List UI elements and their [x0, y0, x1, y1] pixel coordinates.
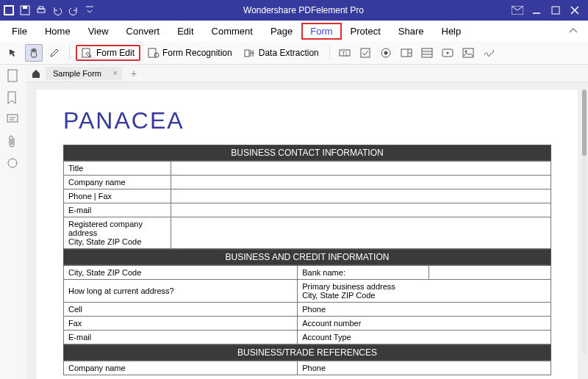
- svg-point-31: [8, 159, 17, 167]
- svg-rect-25: [463, 48, 473, 57]
- menu-edit[interactable]: Edit: [168, 23, 202, 40]
- table-row: Company namePhone: [64, 361, 551, 375]
- redo-icon[interactable]: [68, 4, 79, 16]
- fields-panel-icon[interactable]: [7, 157, 20, 170]
- data-extraction-label: Data Extraction: [259, 48, 319, 58]
- svg-rect-20: [422, 48, 432, 57]
- svg-point-11: [154, 53, 159, 57]
- maximize-icon[interactable]: [550, 4, 562, 16]
- svg-rect-8: [552, 7, 559, 14]
- app-logo-icon: [3, 4, 15, 16]
- table-row: Registered company addressCity, State ZI…: [64, 217, 551, 249]
- text-field-icon[interactable]: T|: [336, 44, 354, 62]
- menu-protect[interactable]: Protect: [342, 23, 390, 40]
- listbox-field-icon[interactable]: [418, 44, 436, 62]
- combobox-field-icon[interactable]: [398, 44, 415, 62]
- bookmarks-icon[interactable]: [7, 91, 20, 104]
- section2-table: City, State ZIP CodeBank name: How long …: [63, 265, 551, 344]
- form-recognition-label: Form Recognition: [162, 48, 232, 58]
- select-tool-icon[interactable]: [4, 44, 22, 62]
- table-row: E-mailAccount Type: [64, 331, 551, 344]
- menu-view[interactable]: View: [79, 23, 118, 40]
- svg-point-26: [465, 50, 467, 52]
- close-icon[interactable]: [569, 4, 581, 16]
- data-extraction-icon: [244, 48, 256, 58]
- radio-field-icon[interactable]: [377, 44, 395, 62]
- scroll-thumb[interactable]: [582, 90, 587, 156]
- svg-rect-5: [39, 7, 43, 9]
- window-title: Wondershare PDFelement Pro: [96, 5, 512, 15]
- table-row: CellPhone: [64, 303, 551, 317]
- left-sidebar: [0, 65, 26, 379]
- tab-add-icon[interactable]: +: [125, 68, 143, 79]
- doc-heading: PANACEA: [63, 107, 551, 134]
- svg-rect-3: [23, 6, 27, 9]
- section3-head: BUSINESS/TRADE REFERENCES: [63, 344, 551, 361]
- title-bar: Wondershare PDFelement Pro: [0, 0, 588, 21]
- tab-home-icon[interactable]: [29, 67, 43, 80]
- collapse-ribbon-icon[interactable]: [562, 24, 585, 37]
- section3-table: Company namePhone: [63, 361, 551, 375]
- menu-page[interactable]: Page: [262, 23, 301, 40]
- table-row: How long at current address?Primary busi…: [64, 280, 551, 303]
- table-row: Phone | Fax: [64, 190, 551, 203]
- table-row: E-mail: [64, 203, 551, 217]
- menu-home[interactable]: Home: [36, 23, 79, 40]
- comments-icon[interactable]: [7, 113, 20, 126]
- pdf-page: PANACEA BUSINESS CONTACT INFORMATION Tit…: [37, 90, 578, 379]
- edit-tool-icon[interactable]: [46, 44, 63, 62]
- section1-head: BUSINESS CONTACT INFORMATION: [63, 145, 551, 161]
- document-tab-label: Sample Form: [53, 69, 101, 78]
- attachments-icon[interactable]: [7, 135, 20, 148]
- form-recognition-icon: [148, 48, 159, 58]
- save-icon[interactable]: [19, 4, 31, 16]
- table-row: Title: [64, 162, 551, 176]
- section2-head: BUSINESS AND CREDIT INFORMATION: [63, 249, 551, 265]
- table-row: FaxAccount number: [64, 317, 551, 331]
- form-edit-button[interactable]: Form Edit: [76, 45, 140, 61]
- menu-form[interactable]: Form: [301, 23, 341, 40]
- data-extraction-button[interactable]: Data Extraction: [240, 46, 323, 59]
- image-field-icon[interactable]: [459, 44, 477, 62]
- mail-icon[interactable]: [512, 4, 523, 16]
- svg-rect-12: [245, 50, 249, 57]
- menu-file[interactable]: File: [3, 23, 36, 40]
- signature-field-icon[interactable]: [480, 44, 498, 62]
- svg-rect-4: [37, 9, 45, 12]
- document-tab-bar: Sample Form × +: [26, 65, 588, 82]
- minimize-icon[interactable]: [531, 4, 542, 16]
- svg-rect-28: [7, 115, 18, 122]
- menu-share[interactable]: Share: [390, 23, 433, 40]
- print-icon[interactable]: [35, 4, 47, 16]
- svg-rect-27: [8, 70, 17, 82]
- table-row: City, State ZIP CodeBank name:: [64, 266, 551, 280]
- page-area: PANACEA BUSINESS CONTACT INFORMATION Tit…: [26, 82, 588, 379]
- vertical-scrollbar[interactable]: [582, 90, 587, 354]
- table-row: Company name: [64, 176, 551, 190]
- document-tab[interactable]: Sample Form ×: [46, 67, 122, 80]
- form-edit-label: Form Edit: [96, 48, 135, 58]
- svg-point-24: [446, 51, 448, 54]
- button-field-icon[interactable]: [439, 44, 456, 62]
- svg-rect-15: [361, 48, 370, 57]
- section1-table: Title Company name Phone | Fax E-mail Re…: [63, 161, 551, 249]
- checkbox-field-icon[interactable]: [356, 44, 374, 62]
- form-recognition-button[interactable]: Form Recognition: [143, 46, 237, 59]
- hand-tool-icon[interactable]: [25, 44, 43, 62]
- menu-help[interactable]: Help: [433, 23, 470, 40]
- form-edit-icon: [82, 48, 93, 58]
- menu-convert[interactable]: Convert: [118, 23, 169, 40]
- tab-close-icon[interactable]: ×: [113, 68, 118, 77]
- menu-comment[interactable]: Comment: [203, 23, 262, 40]
- svg-rect-1: [5, 7, 12, 14]
- thumbnails-icon[interactable]: [7, 69, 20, 82]
- svg-rect-18: [401, 49, 412, 57]
- quick-access-dropdown-icon[interactable]: [84, 4, 96, 16]
- menu-bar: File Home View Convert Edit Comment Page…: [0, 21, 588, 41]
- form-toolbar: Form Edit Form Recognition Data Extracti…: [0, 41, 588, 65]
- undo-icon[interactable]: [51, 4, 63, 16]
- svg-text:T|: T|: [342, 50, 347, 57]
- svg-point-17: [384, 51, 387, 54]
